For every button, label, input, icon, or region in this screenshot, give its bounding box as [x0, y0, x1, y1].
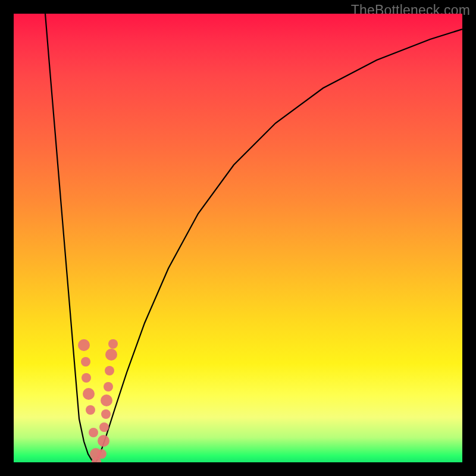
data-point — [98, 435, 109, 447]
data-point — [104, 382, 113, 392]
data-point — [101, 409, 111, 419]
data-point-cluster — [78, 339, 118, 462]
chart-frame: TheBottleneck.com — [0, 0, 476, 476]
data-point — [78, 339, 90, 351]
data-point — [99, 422, 109, 432]
data-point — [97, 449, 107, 459]
data-point — [105, 349, 117, 361]
data-point — [108, 339, 118, 349]
data-point — [86, 405, 95, 415]
data-point — [81, 357, 90, 367]
curves-layer — [14, 14, 462, 462]
plot-area — [14, 14, 462, 462]
data-point — [89, 428, 98, 437]
data-point — [101, 394, 112, 406]
data-point — [83, 388, 95, 400]
data-point — [105, 366, 114, 375]
data-point — [82, 373, 91, 383]
right-branch-curve — [96, 29, 462, 462]
